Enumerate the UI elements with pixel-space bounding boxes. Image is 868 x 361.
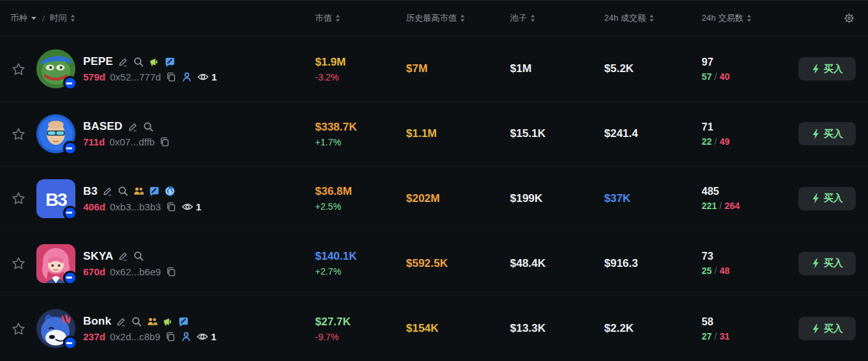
sort-icon[interactable] <box>649 14 654 22</box>
token-avatar[interactable] <box>36 114 75 153</box>
people-icon[interactable] <box>147 316 158 327</box>
favorite-star-icon[interactable] <box>11 321 26 336</box>
header-volume-label: 24h 成交额 <box>604 12 646 24</box>
watch-count: 1 <box>196 201 201 212</box>
buy-button-label: 买入 <box>824 63 843 75</box>
buy-button[interactable]: 买入 <box>798 122 856 145</box>
favorite-star-icon[interactable] <box>11 191 26 206</box>
eye-icon[interactable] <box>197 71 209 82</box>
ath-value: $592.5K <box>406 257 448 269</box>
token-name[interactable]: PEPE <box>83 55 113 68</box>
megaphone-icon[interactable] <box>162 316 173 327</box>
ath-value: $7M <box>406 62 428 75</box>
lightning-icon <box>811 323 820 334</box>
annotation-icon[interactable] <box>149 186 160 197</box>
eye-icon[interactable] <box>196 331 209 342</box>
copy-icon[interactable] <box>166 71 177 82</box>
edit-icon[interactable] <box>116 316 127 327</box>
header-token-time: 币种 / 时间 <box>0 12 315 24</box>
buy-button-label: 买入 <box>824 192 843 205</box>
search-icon[interactable] <box>143 121 154 132</box>
header-volume[interactable]: 24h 成交额 <box>604 12 702 24</box>
annotation-icon[interactable] <box>164 56 175 68</box>
market-cap-value: $140.1K <box>315 250 406 263</box>
edit-icon[interactable] <box>102 186 113 197</box>
table-row[interactable]: SKYA 670d 0x62...b6e9 $140.1K +2.7% $592… <box>0 231 868 296</box>
tx-buys: 57 <box>702 71 712 82</box>
favorite-star-icon[interactable] <box>11 62 26 77</box>
table-header: 币种 / 时间 市值 历史最高市值 池子 24h 成交额 24h 交易数 <box>0 1 868 37</box>
token-address[interactable]: 0xb3...b3b3 <box>110 201 160 212</box>
token-address[interactable]: 0x2d...c8b9 <box>110 331 160 342</box>
header-mcap[interactable]: 市值 <box>315 12 406 24</box>
sort-icon[interactable] <box>335 14 340 22</box>
tx-total: 73 <box>702 251 798 262</box>
token-name[interactable]: BASED <box>83 120 123 133</box>
search-icon[interactable] <box>131 316 142 327</box>
sort-icon[interactable] <box>530 14 535 22</box>
token-age: 711d <box>83 136 105 147</box>
token-name[interactable]: B3 <box>83 185 97 198</box>
tx-buys: 22 <box>702 136 712 147</box>
buy-button[interactable]: 买入 <box>798 317 856 340</box>
token-address[interactable]: 0x62...b6e9 <box>110 266 160 277</box>
token-avatar[interactable] <box>36 309 75 348</box>
coin-icon[interactable] <box>164 186 175 197</box>
tx-sells: 264 <box>724 201 739 211</box>
token-address[interactable]: 0x07...dffb <box>109 136 155 147</box>
favorite-star-icon[interactable] <box>11 256 26 271</box>
people-icon[interactable] <box>133 186 144 197</box>
token-avatar[interactable]: B3 <box>36 179 75 218</box>
header-ath-label: 历史最高市值 <box>406 12 457 24</box>
edit-icon[interactable] <box>118 251 129 262</box>
search-icon[interactable] <box>133 251 144 262</box>
favorite-star-icon[interactable] <box>11 127 26 142</box>
copy-icon[interactable] <box>165 331 176 342</box>
megaphone-icon[interactable] <box>149 56 160 68</box>
copy-icon[interactable] <box>159 136 170 147</box>
header-time-label[interactable]: 时间 <box>50 12 67 24</box>
sort-icon[interactable] <box>460 14 465 22</box>
search-icon[interactable] <box>133 56 144 68</box>
header-txns[interactable]: 24h 交易数 <box>702 12 798 24</box>
market-cap-value: $338.7K <box>315 121 406 134</box>
chevron-down-icon[interactable] <box>31 16 37 20</box>
buy-button[interactable]: 买入 <box>798 187 856 210</box>
header-mcap-label: 市值 <box>315 12 332 24</box>
token-name[interactable]: SKYA <box>83 250 113 263</box>
eye-icon[interactable] <box>181 201 194 212</box>
edit-icon[interactable] <box>118 56 129 68</box>
header-pool[interactable]: 池子 <box>510 12 604 24</box>
token-avatar[interactable] <box>36 244 75 283</box>
copy-icon[interactable] <box>166 201 177 212</box>
market-cap-change: -3.2% <box>315 72 406 82</box>
token-avatar[interactable] <box>36 49 75 88</box>
tx-buys: 27 <box>702 331 712 342</box>
table-row[interactable]: PEPE 579d 0x52...777d 1 $1.9M -3.2% <box>0 37 868 102</box>
header-token-label[interactable]: 币种 <box>10 12 27 24</box>
gear-icon[interactable] <box>843 12 855 24</box>
token-address[interactable]: 0x52...777d <box>110 71 160 82</box>
person-icon[interactable] <box>181 71 192 82</box>
copy-icon[interactable] <box>166 266 177 277</box>
tx-total: 71 <box>702 121 798 133</box>
sort-icon[interactable] <box>747 14 752 22</box>
token-name[interactable]: Bonk <box>83 315 111 328</box>
table-row[interactable]: Bonk 237d 0x2d...c8b9 1 $27.7K <box>0 296 868 361</box>
edit-icon[interactable] <box>127 121 138 132</box>
table-row[interactable]: B3 B3 406d 0xb3...b3b3 1 <box>0 167 868 232</box>
sort-icon[interactable] <box>70 14 75 22</box>
market-cap-change: +2.7% <box>315 266 406 277</box>
volume-value: $5.2K <box>604 62 633 75</box>
tx-separator: / <box>715 71 717 82</box>
table-row[interactable]: BASED 711d 0x07...dffb $338.7K +1.7% $1.… <box>0 102 868 167</box>
search-icon[interactable] <box>118 186 129 197</box>
buy-button[interactable]: 买入 <box>798 57 856 81</box>
header-txns-label: 24h 交易数 <box>702 12 743 24</box>
annotation-icon[interactable] <box>178 316 189 327</box>
buy-button[interactable]: 买入 <box>798 252 856 275</box>
tx-buys: 221 <box>702 201 717 211</box>
header-ath[interactable]: 历史最高市值 <box>406 12 510 24</box>
tx-separator: / <box>719 201 722 211</box>
person-icon[interactable] <box>181 331 192 342</box>
